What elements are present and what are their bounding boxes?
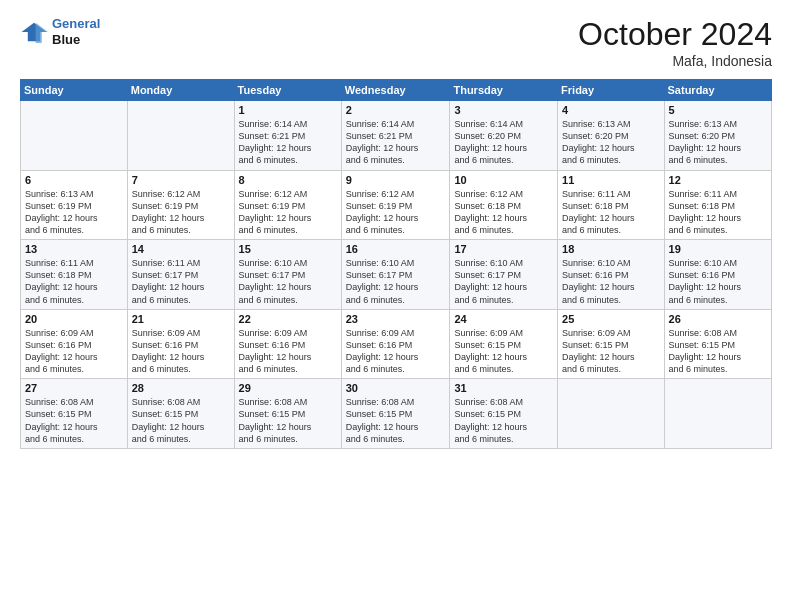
day-info: Sunrise: 6:08 AM Sunset: 6:15 PM Dayligh… [239,396,337,445]
logo-line1: General [52,16,100,31]
weekday-header: Friday [558,80,664,101]
day-info: Sunrise: 6:13 AM Sunset: 6:19 PM Dayligh… [25,188,123,237]
calendar-cell [558,379,664,449]
day-info: Sunrise: 6:14 AM Sunset: 6:21 PM Dayligh… [346,118,446,167]
calendar-cell: 14Sunrise: 6:11 AM Sunset: 6:17 PM Dayli… [127,240,234,310]
day-info: Sunrise: 6:12 AM Sunset: 6:19 PM Dayligh… [132,188,230,237]
calendar-cell: 3Sunrise: 6:14 AM Sunset: 6:20 PM Daylig… [450,101,558,171]
day-number: 20 [25,313,123,325]
calendar-cell: 4Sunrise: 6:13 AM Sunset: 6:20 PM Daylig… [558,101,664,171]
day-number: 9 [346,174,446,186]
day-number: 12 [669,174,767,186]
calendar-cell: 22Sunrise: 6:09 AM Sunset: 6:16 PM Dayli… [234,309,341,379]
calendar-cell: 24Sunrise: 6:09 AM Sunset: 6:15 PM Dayli… [450,309,558,379]
day-number: 8 [239,174,337,186]
day-number: 13 [25,243,123,255]
calendar-header: SundayMondayTuesdayWednesdayThursdayFrid… [21,80,772,101]
calendar-cell: 7Sunrise: 6:12 AM Sunset: 6:19 PM Daylig… [127,170,234,240]
day-number: 11 [562,174,659,186]
calendar-cell: 10Sunrise: 6:12 AM Sunset: 6:18 PM Dayli… [450,170,558,240]
day-info: Sunrise: 6:09 AM Sunset: 6:15 PM Dayligh… [562,327,659,376]
calendar-week-row: 13Sunrise: 6:11 AM Sunset: 6:18 PM Dayli… [21,240,772,310]
calendar-cell: 28Sunrise: 6:08 AM Sunset: 6:15 PM Dayli… [127,379,234,449]
day-number: 7 [132,174,230,186]
calendar-cell: 30Sunrise: 6:08 AM Sunset: 6:15 PM Dayli… [341,379,450,449]
logo-line2: Blue [52,32,100,48]
svg-marker-1 [36,22,48,42]
calendar-cell: 8Sunrise: 6:12 AM Sunset: 6:19 PM Daylig… [234,170,341,240]
day-info: Sunrise: 6:10 AM Sunset: 6:16 PM Dayligh… [669,257,767,306]
day-info: Sunrise: 6:08 AM Sunset: 6:15 PM Dayligh… [454,396,553,445]
logo-text: General Blue [52,16,100,47]
calendar-week-row: 20Sunrise: 6:09 AM Sunset: 6:16 PM Dayli… [21,309,772,379]
day-number: 1 [239,104,337,116]
logo: General Blue [20,16,100,47]
day-info: Sunrise: 6:08 AM Sunset: 6:15 PM Dayligh… [346,396,446,445]
day-info: Sunrise: 6:09 AM Sunset: 6:16 PM Dayligh… [132,327,230,376]
calendar-cell: 21Sunrise: 6:09 AM Sunset: 6:16 PM Dayli… [127,309,234,379]
calendar-cell: 11Sunrise: 6:11 AM Sunset: 6:18 PM Dayli… [558,170,664,240]
day-number: 15 [239,243,337,255]
day-info: Sunrise: 6:13 AM Sunset: 6:20 PM Dayligh… [562,118,659,167]
calendar-week-row: 1Sunrise: 6:14 AM Sunset: 6:21 PM Daylig… [21,101,772,171]
weekday-header: Thursday [450,80,558,101]
weekday-header: Saturday [664,80,771,101]
calendar-cell: 23Sunrise: 6:09 AM Sunset: 6:16 PM Dayli… [341,309,450,379]
day-number: 26 [669,313,767,325]
day-info: Sunrise: 6:11 AM Sunset: 6:17 PM Dayligh… [132,257,230,306]
day-number: 6 [25,174,123,186]
day-info: Sunrise: 6:13 AM Sunset: 6:20 PM Dayligh… [669,118,767,167]
day-number: 29 [239,382,337,394]
location: Mafa, Indonesia [578,53,772,69]
weekday-header: Sunday [21,80,128,101]
day-number: 14 [132,243,230,255]
day-number: 16 [346,243,446,255]
day-info: Sunrise: 6:10 AM Sunset: 6:17 PM Dayligh… [454,257,553,306]
calendar-cell [21,101,128,171]
day-number: 21 [132,313,230,325]
day-info: Sunrise: 6:10 AM Sunset: 6:17 PM Dayligh… [239,257,337,306]
calendar-cell: 15Sunrise: 6:10 AM Sunset: 6:17 PM Dayli… [234,240,341,310]
calendar-cell: 17Sunrise: 6:10 AM Sunset: 6:17 PM Dayli… [450,240,558,310]
day-number: 10 [454,174,553,186]
header: General Blue October 2024 Mafa, Indonesi… [20,16,772,69]
weekday-header: Tuesday [234,80,341,101]
day-info: Sunrise: 6:12 AM Sunset: 6:19 PM Dayligh… [239,188,337,237]
calendar-cell: 5Sunrise: 6:13 AM Sunset: 6:20 PM Daylig… [664,101,771,171]
page: General Blue October 2024 Mafa, Indonesi… [0,0,792,612]
day-info: Sunrise: 6:08 AM Sunset: 6:15 PM Dayligh… [669,327,767,376]
day-info: Sunrise: 6:09 AM Sunset: 6:16 PM Dayligh… [239,327,337,376]
calendar-cell: 20Sunrise: 6:09 AM Sunset: 6:16 PM Dayli… [21,309,128,379]
day-info: Sunrise: 6:08 AM Sunset: 6:15 PM Dayligh… [132,396,230,445]
calendar-cell: 6Sunrise: 6:13 AM Sunset: 6:19 PM Daylig… [21,170,128,240]
calendar-cell: 29Sunrise: 6:08 AM Sunset: 6:15 PM Dayli… [234,379,341,449]
day-number: 4 [562,104,659,116]
calendar-cell: 1Sunrise: 6:14 AM Sunset: 6:21 PM Daylig… [234,101,341,171]
calendar-cell: 18Sunrise: 6:10 AM Sunset: 6:16 PM Dayli… [558,240,664,310]
day-info: Sunrise: 6:12 AM Sunset: 6:19 PM Dayligh… [346,188,446,237]
day-number: 25 [562,313,659,325]
weekday-header: Wednesday [341,80,450,101]
day-info: Sunrise: 6:12 AM Sunset: 6:18 PM Dayligh… [454,188,553,237]
day-info: Sunrise: 6:09 AM Sunset: 6:16 PM Dayligh… [25,327,123,376]
title-block: October 2024 Mafa, Indonesia [578,16,772,69]
day-info: Sunrise: 6:10 AM Sunset: 6:16 PM Dayligh… [562,257,659,306]
calendar-cell: 19Sunrise: 6:10 AM Sunset: 6:16 PM Dayli… [664,240,771,310]
day-info: Sunrise: 6:11 AM Sunset: 6:18 PM Dayligh… [25,257,123,306]
calendar-cell: 13Sunrise: 6:11 AM Sunset: 6:18 PM Dayli… [21,240,128,310]
weekday-header: Monday [127,80,234,101]
day-info: Sunrise: 6:09 AM Sunset: 6:16 PM Dayligh… [346,327,446,376]
day-number: 2 [346,104,446,116]
day-info: Sunrise: 6:14 AM Sunset: 6:20 PM Dayligh… [454,118,553,167]
month-title: October 2024 [578,16,772,53]
calendar-cell: 2Sunrise: 6:14 AM Sunset: 6:21 PM Daylig… [341,101,450,171]
day-info: Sunrise: 6:11 AM Sunset: 6:18 PM Dayligh… [669,188,767,237]
calendar-cell [664,379,771,449]
day-number: 5 [669,104,767,116]
calendar-cell: 25Sunrise: 6:09 AM Sunset: 6:15 PM Dayli… [558,309,664,379]
day-number: 23 [346,313,446,325]
day-info: Sunrise: 6:09 AM Sunset: 6:15 PM Dayligh… [454,327,553,376]
calendar-week-row: 6Sunrise: 6:13 AM Sunset: 6:19 PM Daylig… [21,170,772,240]
day-info: Sunrise: 6:08 AM Sunset: 6:15 PM Dayligh… [25,396,123,445]
day-info: Sunrise: 6:11 AM Sunset: 6:18 PM Dayligh… [562,188,659,237]
